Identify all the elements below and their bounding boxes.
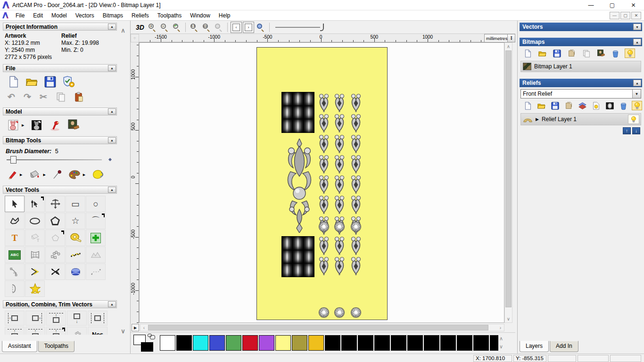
zoom-in-button[interactable]: + [147,22,158,33]
pick-colour-button[interactable] [52,170,62,180]
scatter-copy-button[interactable] [67,327,87,335]
cut-button[interactable]: ✂ [40,91,47,102]
palette-swatch-17[interactable] [440,335,456,351]
create-arc-tool[interactable]: ⌒ [86,213,106,229]
zoom-selected-button[interactable] [213,22,224,33]
horizontal-scrollbar[interactable]: ‹ › [140,324,504,331]
menu-item-edit[interactable]: Edit [29,11,47,20]
smooth-vectors-tool[interactable] [86,247,106,263]
offset-vectors-tool[interactable] [25,263,45,280]
rollup-button[interactable]: ▲ [108,187,116,193]
copy-button[interactable] [56,92,66,102]
trim-vectors-tool[interactable] [45,263,65,280]
toggle-bitmap-layer-visibility-button[interactable] [625,49,635,58]
colour-palette-button[interactable] [69,169,81,181]
pan-view-button[interactable]: ▶ [132,324,139,331]
horizontal-scroll-thumb[interactable] [148,325,488,330]
bitmap-doctor-button[interactable] [92,169,104,181]
create-star-tool[interactable]: ☆ [66,213,85,229]
open-relief-layer-button[interactable] [536,101,546,110]
paint-button[interactable] [8,170,17,180]
delete-bitmap-layer-button[interactable] [610,49,620,58]
contrast-slider-handle[interactable] [320,24,324,31]
create-text-tool[interactable]: T [5,230,25,246]
node-editing-tool[interactable] [25,196,45,212]
greyscale-from-model-button[interactable] [8,119,19,131]
palette-swatch-19[interactable] [473,335,489,351]
extrude-tool[interactable] [66,263,85,280]
expand-vectors-button[interactable]: ▼ [633,24,641,30]
bitmap-preview-button[interactable] [595,49,606,58]
palette-scroll-up-icon[interactable]: ∧ [497,335,505,343]
palette-scroll-down-icon[interactable]: ∨ [497,343,505,351]
menu-item-reliefs[interactable]: Reliefs [127,11,153,20]
tab-add-in[interactable]: Add In [550,341,578,352]
save-bitmap-layer-button[interactable] [552,49,562,58]
center-in-page-button[interactable] [88,311,107,326]
new-relief-layer-button[interactable] [522,101,533,110]
align-centre-button[interactable]: ↑ [5,327,25,335]
palette-swatch-3[interactable] [209,335,225,351]
palette-swatch-6[interactable] [259,335,274,351]
menu-item-model[interactable]: Model [47,11,71,20]
flyout-arrow-icon[interactable]: ▶ [22,123,24,127]
open-bitmap-layer-button[interactable] [537,49,547,58]
lighting-button[interactable] [49,119,61,131]
relief-layer-visibility-button[interactable] [628,115,639,124]
select-vectors-tool[interactable] [5,196,25,212]
palette-swatch-0[interactable] [160,335,175,351]
menu-item-toolpaths[interactable]: Toolpaths [153,11,186,20]
redo-button[interactable]: ↷ [24,91,31,102]
save-model-button[interactable] [44,76,56,88]
link-colours-icon[interactable] [148,334,152,337]
expand-relief-layer-icon[interactable]: ▶ [536,117,539,122]
fit-arc-tool[interactable] [5,263,25,280]
palette-swatch-4[interactable] [226,335,241,351]
palette-swatch-1[interactable] [176,335,192,351]
restore-button[interactable]: ▢ [602,0,623,10]
palette-swatch-14[interactable] [391,335,406,351]
flyout-arrow-icon[interactable]: ▶ [83,173,85,177]
rollup-button[interactable]: ▲ [108,108,116,115]
scroll-up-icon[interactable]: ∧ [505,43,512,50]
move-layer-up-button[interactable]: ↑ [623,127,631,134]
scroll-left-icon[interactable]: ‹ [140,324,148,331]
secondary-colour-swatch[interactable] [141,342,153,352]
collapse-reliefs-button[interactable]: ▲ [633,80,641,86]
flood-fill-button[interactable] [29,169,41,181]
bitmap-layer-row[interactable]: Bitmap Layer 1 [520,61,641,72]
slider-handle[interactable] [10,156,17,164]
relief-layer-properties-button[interactable] [591,101,601,110]
units-dropdown[interactable]: millimetres ▼▼ [484,34,515,42]
fit-curve-tool[interactable] [66,247,85,263]
paste-button[interactable] [74,92,84,102]
toggle-bitmap-visibility-button[interactable]: ‹ [231,22,242,33]
palette-swatch-5[interactable] [242,335,258,351]
delete-relief-layer-button[interactable] [618,101,628,110]
create-polygon-tool[interactable] [45,213,65,229]
section-profile-tool[interactable] [5,280,25,297]
menu-item-window[interactable]: Window [186,11,215,20]
palette-swatch-11[interactable] [341,335,357,351]
scroll-right-icon[interactable]: › [497,324,504,331]
toggle-vector-visibility-button[interactable]: › [243,22,254,33]
drawing-canvas[interactable] [139,42,504,323]
scroll-down-icon[interactable]: ∨ [505,315,512,322]
palette-swatch-18[interactable] [457,335,472,351]
mdi-close-button[interactable]: ✕ [631,12,641,19]
create-rectangle-tool[interactable]: ▭ [66,196,85,212]
snap-polygon-tool[interactable] [45,230,65,246]
create-ellipse-tool[interactable] [25,213,45,229]
rollup-button[interactable]: ▲ [108,301,116,307]
greyscale-preview-button[interactable] [604,101,615,110]
menu-item-help[interactable]: Help [215,11,235,20]
create-freehand-curve-tool[interactable] [86,263,106,280]
assistant-scrollbar[interactable]: ∧ ∨ [119,23,127,339]
merge-bitmap-layers-button[interactable] [566,49,577,58]
contrast-slider[interactable] [275,23,332,32]
mdi-restore-button[interactable]: ▢ [620,12,630,19]
nesting-button[interactable]: Nes [88,327,107,335]
text-on-curve-tool[interactable]: ABC [5,247,25,263]
envelope-distort-tool[interactable] [25,247,45,263]
undo-button[interactable]: ↶ [8,91,15,102]
